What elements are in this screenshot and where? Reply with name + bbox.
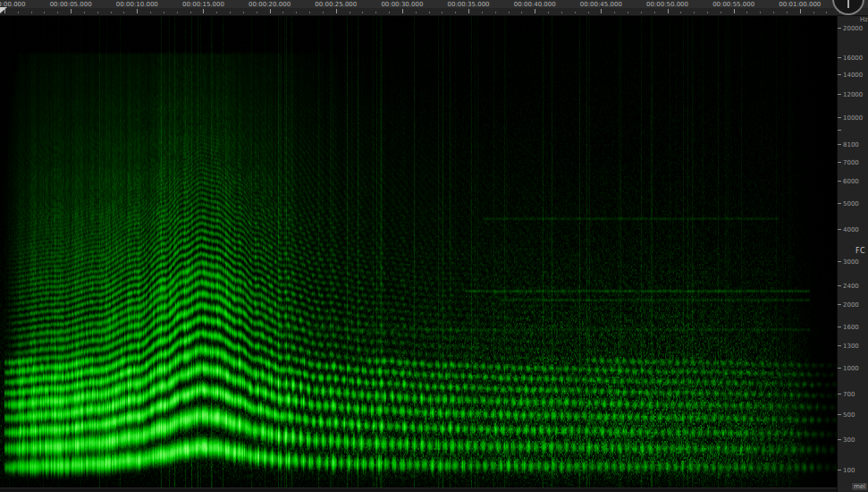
ruler-tick [336, 9, 337, 13]
freq-tick-label: 12000 [843, 91, 863, 98]
freq-tick-label: 1300 [843, 343, 859, 350]
ruler-tick [482, 12, 483, 13]
ruler-tick [455, 12, 456, 13]
ruler-tick [495, 12, 496, 13]
ruler-tick [548, 12, 549, 13]
fc-label: FC [855, 247, 865, 255]
time-label: 00:00:20.000 [249, 1, 291, 8]
ruler-tick [84, 12, 85, 13]
ruler-tick [18, 12, 19, 13]
freq-tick [838, 57, 841, 58]
ruler-tick [442, 12, 442, 13]
ruler-tick [190, 12, 191, 13]
ruler-tick [826, 12, 827, 13]
ruler-tick [521, 12, 522, 13]
ruler-tick [323, 12, 324, 13]
freq-tick [838, 203, 841, 204]
ruler-tick [375, 12, 376, 13]
ruler-tick [177, 12, 178, 13]
ruler-tick [628, 12, 628, 13]
ruler-tick [468, 9, 469, 13]
ruler-tick [654, 12, 655, 13]
freq-tick-label: 4000 [843, 226, 859, 233]
time-label: 00:00:40.000 [514, 1, 556, 8]
time-label: 00:00:55.000 [712, 1, 754, 8]
ruler-tick [680, 12, 681, 13]
freq-tick-label: 2400 [843, 283, 859, 290]
ruler-tick [216, 12, 217, 13]
time-label: 00:00:35.000 [448, 1, 490, 8]
freq-tick-label: 6000 [843, 178, 859, 185]
freq-tick-label: 3000 [843, 259, 859, 266]
ruler-tick [535, 9, 535, 13]
freq-tick-label: 1600 [843, 324, 859, 331]
freq-tick [838, 181, 841, 182]
time-ruler[interactable]: 00:00:00.00000:00:05.00000:00:10.00000:0… [0, 0, 868, 16]
spectrogram-canvas[interactable] [0, 15, 837, 488]
freq-tick [838, 94, 841, 95]
ruler-tick [734, 9, 735, 13]
ruler-tick [203, 9, 204, 13]
ruler-tick [773, 12, 774, 13]
freq-tick [838, 28, 841, 29]
freq-tick-label: 500 [843, 411, 855, 419]
ruler-tick [429, 12, 430, 13]
freq-tick [838, 162, 841, 163]
ruler-tick [296, 12, 297, 13]
freq-tick [838, 74, 841, 75]
ruler-tick [561, 12, 562, 13]
ruler-tick [575, 12, 576, 13]
freq-tick [838, 117, 841, 118]
ruler-tick [787, 12, 788, 13]
ruler-tick [57, 12, 58, 13]
ruler-tick [164, 12, 164, 13]
ruler-tick [694, 12, 695, 13]
freq-tick-label: 5000 [843, 200, 859, 208]
time-label: 00:00:15.000 [182, 1, 224, 8]
time-label: 00:01:00.000 [779, 1, 821, 8]
ruler-tick [389, 12, 390, 13]
ruler-tick [641, 12, 642, 13]
ruler-tick [707, 12, 708, 13]
freq-tick-label: 20000 [843, 25, 863, 32]
time-label: 00:00:25.000 [315, 1, 357, 8]
knob-indicator-icon [847, 0, 849, 8]
playhead-marker[interactable] [0, 7, 7, 13]
ruler-tick [123, 12, 124, 13]
freq-tick [838, 304, 841, 305]
freq-tick-label: 16000 [843, 55, 863, 62]
ruler-tick [111, 12, 112, 13]
freq-tick [838, 345, 841, 346]
freq-tick [838, 261, 841, 262]
freq-tick [838, 229, 841, 230]
scrollbar-track[interactable] [0, 488, 837, 492]
freq-tick [838, 130, 841, 131]
freq-tick [838, 470, 841, 471]
ruler-tick [270, 9, 271, 13]
ruler-tick [243, 12, 244, 13]
freq-tick [838, 394, 841, 394]
freq-tick [838, 285, 841, 286]
freq-tick [838, 144, 841, 145]
time-label: 00:00:50.000 [646, 1, 688, 8]
ruler-tick [44, 12, 45, 13]
freq-tick [838, 414, 841, 415]
ruler-tick [362, 12, 363, 13]
ruler-tick [614, 12, 615, 13]
ruler-tick [601, 9, 602, 13]
freq-tick [838, 327, 841, 327]
time-label: 00:00:45.000 [580, 1, 622, 8]
time-label: 00:00:30.000 [381, 1, 423, 8]
time-label: 00:00:10.000 [116, 1, 158, 8]
freq-tick-label: 8100 [843, 141, 859, 148]
ruler-tick [150, 12, 151, 13]
ruler-tick [137, 9, 138, 13]
ruler-tick [746, 12, 747, 13]
freq-tick-label: 100 [843, 467, 855, 474]
ruler-tick [350, 12, 350, 13]
mel-unit-button[interactable]: mel [852, 483, 867, 490]
ruler-tick [721, 12, 721, 13]
freq-tick-label: 1000 [843, 365, 859, 372]
freq-tick-label: 10000 [843, 115, 863, 122]
hz-unit-label: Hz [860, 16, 868, 23]
